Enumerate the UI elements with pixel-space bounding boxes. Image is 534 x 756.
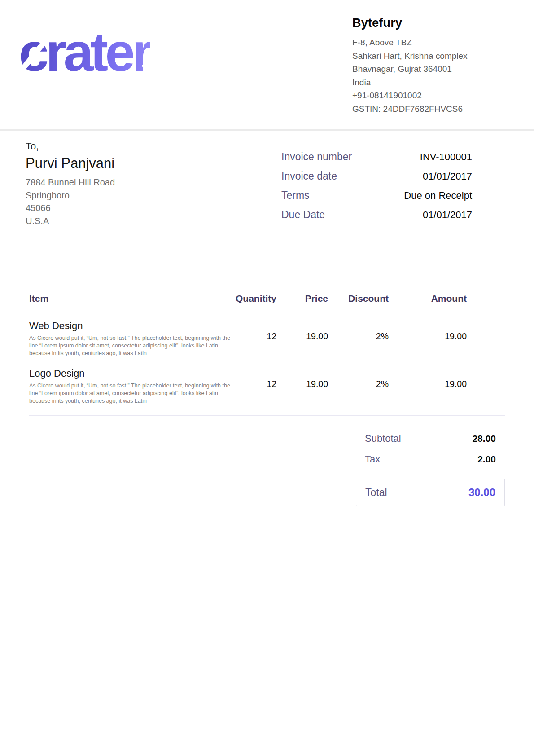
subtotal-value: 28.00 (472, 432, 496, 445)
customer-address-line: 45066 (26, 202, 115, 215)
bill-to-block: To, Purvi Panjvani 7884 Bunnel Hill Road… (26, 140, 115, 227)
crater-logo: crater (19, 25, 150, 79)
customer-address-line: U.S.A (26, 215, 115, 228)
totals-block: Subtotal 28.00 Tax 2.00 Total 30.00 (356, 432, 505, 506)
terms-row: Terms Due on Receipt (281, 189, 472, 202)
customer-name: Purvi Panjvani (26, 155, 115, 171)
total-box: Total 30.00 (356, 479, 505, 506)
invoice-date-value: 01/01/2017 (423, 170, 472, 183)
total-label: Total (365, 487, 387, 499)
invoice-date-row: Invoice date 01/01/2017 (281, 169, 472, 183)
invoice-number-value: INV-100001 (420, 150, 472, 164)
item-cell: Logo Design As Cicero would put it, “Um,… (29, 367, 229, 405)
company-address-line: F-8, Above TBZ (352, 36, 523, 49)
item-price: 19.00 (276, 367, 328, 405)
invoice-number-label: Invoice number (281, 150, 352, 163)
tax-row: Tax 2.00 (356, 453, 505, 466)
terms-value: Due on Receipt (404, 189, 472, 202)
due-date-row: Due Date 01/01/2017 (281, 208, 472, 222)
item-name: Logo Design (29, 367, 229, 380)
company-address-line: Bhavnagar, Gujrat 364001 (352, 62, 523, 76)
table-row: Logo Design As Cicero would put it, “Um,… (29, 367, 505, 405)
due-date-label: Due Date (281, 208, 325, 221)
bill-to-label: To, (26, 140, 115, 153)
item-discount: 2% (328, 320, 389, 357)
item-amount: 19.00 (389, 320, 467, 357)
due-date-value: 01/01/2017 (423, 208, 472, 222)
item-cell: Web Design As Cicero would put it, “Um, … (29, 320, 229, 357)
column-header-amount: Amount (389, 293, 467, 304)
tax-label: Tax (365, 453, 380, 466)
item-description: As Cicero would put it, “Um, not so fast… (29, 382, 236, 405)
billing-section: To, Purvi Panjvani 7884 Bunnel Hill Road… (0, 132, 534, 251)
item-price: 19.00 (276, 320, 328, 357)
company-name: Bytefury (352, 16, 523, 30)
tax-value: 2.00 (477, 453, 496, 466)
company-phone: +91-08141901002 (352, 89, 523, 102)
items-table: Item Quanitity Price Discount Amount Web… (29, 293, 505, 506)
customer-address-line: Springboro (26, 189, 115, 202)
table-row: Web Design As Cicero would put it, “Um, … (29, 320, 505, 357)
subtotal-row: Subtotal 28.00 (356, 432, 505, 445)
item-name: Web Design (29, 320, 229, 332)
item-amount: 19.00 (389, 367, 467, 405)
column-header-price: Price (276, 293, 328, 304)
totals-divider (29, 415, 505, 416)
item-quantity: 12 (229, 367, 276, 405)
invoice-header: crater Bytefury F-8, Above TBZ Sahkari H… (0, 0, 534, 131)
invoice-date-label: Invoice date (281, 169, 337, 183)
item-discount: 2% (328, 367, 389, 405)
column-header-discount: Discount (328, 293, 389, 304)
total-value: 30.00 (468, 486, 495, 499)
invoice-meta-block: Invoice number INV-100001 Invoice date 0… (281, 150, 472, 227)
item-description: As Cicero would put it, “Um, not so fast… (29, 334, 236, 357)
invoice-number-row: Invoice number INV-100001 (281, 150, 472, 164)
column-header-quantity: Quanitity (229, 293, 276, 304)
company-address-line: Sahkari Hart, Krishna complex (352, 49, 523, 63)
customer-address: 7884 Bunnel Hill Road Springboro 45066 U… (26, 176, 115, 227)
terms-label: Terms (281, 189, 310, 202)
subtotal-label: Subtotal (365, 432, 401, 445)
company-info-block: Bytefury F-8, Above TBZ Sahkari Hart, Kr… (352, 16, 523, 115)
column-header-item: Item (29, 293, 229, 304)
items-table-header: Item Quanitity Price Discount Amount (29, 293, 505, 304)
company-address: F-8, Above TBZ Sahkari Hart, Krishna com… (352, 36, 523, 115)
item-quantity: 12 (229, 320, 276, 357)
invoice-page: crater Bytefury F-8, Above TBZ Sahkari H… (0, 0, 534, 756)
company-address-line: India (352, 76, 523, 89)
customer-address-line: 7884 Bunnel Hill Road (26, 176, 115, 189)
company-gstin: GSTIN: 24DDF7682FHVCS6 (352, 102, 523, 116)
